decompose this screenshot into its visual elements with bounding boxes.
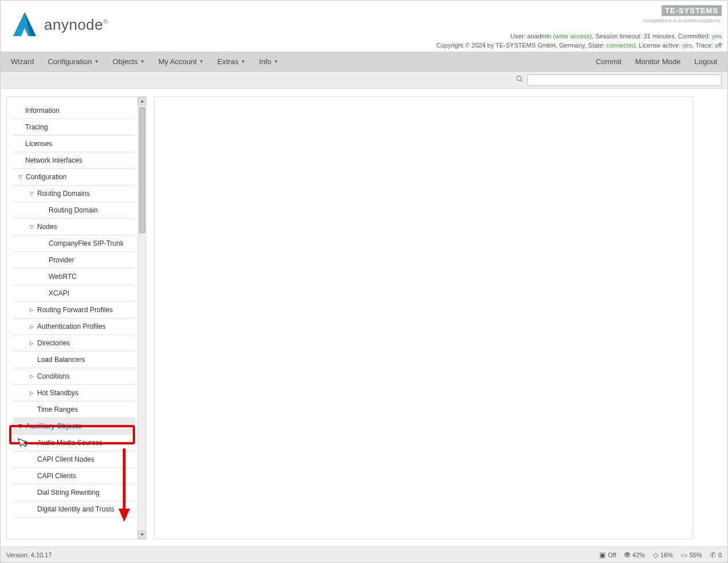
tree-hot-standbys[interactable]: ▷Hot Standbys [13,385,135,401]
disk-icon: ⛃ [624,551,630,559]
chevron-right-icon: ▷ [30,340,35,346]
content-pane [154,96,693,540]
menu-logout[interactable]: Logout [687,52,724,71]
tree-dial-string[interactable]: Dial String Rewriting [13,485,135,501]
stat-disk[interactable]: ⛃42% [624,551,645,559]
record-icon: ▣ [599,551,606,559]
chevron-right-icon: ▷ [30,307,35,313]
tree-tracing[interactable]: Tracing [13,119,135,136]
chevron-down-icon: ▼ [274,59,278,64]
tree-licenses[interactable]: Licenses [13,136,135,152]
menu-my-account[interactable]: My Account▼ [152,52,211,71]
scrollbar[interactable]: ▲ ▼ [137,97,146,539]
phone-icon: ✆ [710,551,716,559]
tree-auth-profiles[interactable]: ▷Authentication Profiles [13,318,135,335]
menu-configuration[interactable]: Configuration▼ [41,52,105,71]
tree-routing-forward[interactable]: ▷Routing Forward Profiles [13,302,135,318]
copyright-line: Copyright © 2024 by TE-SYSTEMS GmbH, Ger… [437,42,722,49]
stat-cpu[interactable]: ◇16% [653,551,673,559]
tree-xcapi[interactable]: XCAPI [13,285,135,302]
chevron-down-icon: ▼ [94,59,99,64]
tree-capi-clients[interactable]: CAPI Clients [13,468,135,485]
chevron-down-icon: ▽ [18,423,24,429]
company-logo: TE-SYSTEMS [662,5,722,16]
cpu-icon: ◇ [653,551,658,559]
chevron-right-icon: ▷ [30,373,35,379]
search-input[interactable] [527,74,722,86]
logo-icon [11,11,38,38]
chevron-down-icon: ▼ [241,59,246,64]
tree-configuration[interactable]: ▽Configuration [13,169,135,186]
company-tagline: competence in e-communications. [643,18,722,23]
tree-provider[interactable]: Provider [13,252,135,269]
tree-audio-media[interactable]: Audio Media Sources [13,435,135,451]
tree-companyflex[interactable]: CompanyFlex SIP-Trunk [13,235,135,252]
tree-digital-identity[interactable]: Digital Identity and Trusts [13,501,135,518]
menu-monitor-mode[interactable]: Monitor Mode [628,52,687,71]
tree-webrtc[interactable]: WebRTC [13,269,135,285]
tree-network-interfaces[interactable]: Network Interfaces [13,152,135,169]
tree-information[interactable]: Information [13,103,135,119]
menubar: Wizard Configuration▼ Objects▼ My Accoun… [1,52,727,72]
menu-info[interactable]: Info▼ [252,52,286,71]
footer: Version: 4.10.17 ▣Off ⛃42% ◇16% ▭55% ✆0 [1,546,727,562]
tree-nodes[interactable]: ▽Nodes [13,219,135,235]
memory-icon: ▭ [681,551,687,559]
search-icon [516,75,524,85]
nav-tree: Information Tracing Licenses Network Int… [7,97,137,518]
scroll-thumb[interactable] [139,107,145,233]
tree-conditions[interactable]: ▷Conditions [13,368,135,385]
chevron-right-icon: ▷ [30,324,35,329]
menu-commit[interactable]: Commit [589,52,628,71]
chevron-down-icon: ▽ [30,224,35,230]
tree-auxiliary-objects[interactable]: ▽Auxiliary Objects [13,418,135,435]
stat-recording[interactable]: ▣Off [599,551,616,559]
tree-time-ranges[interactable]: Time Ranges [13,401,135,418]
status-line: User: anadmin (write access), Session ti… [511,33,722,40]
stat-memory[interactable]: ▭55% [681,551,702,559]
sidebar: Information Tracing Licenses Network Int… [6,96,147,540]
stat-calls[interactable]: ✆0 [710,551,722,559]
svg-line-1 [521,80,523,82]
tree-directories[interactable]: ▷Directories [13,335,135,352]
searchbar [1,72,727,89]
tree-routing-domain[interactable]: Routing Domain [13,202,135,219]
logo: anynode® [11,11,108,38]
menu-wizard[interactable]: Wizard [4,52,41,71]
menu-objects[interactable]: Objects▼ [106,52,152,71]
chevron-down-icon: ▽ [30,191,35,196]
menu-extras[interactable]: Extras▼ [211,52,252,71]
scroll-up-button[interactable]: ▲ [138,97,147,105]
version-label: Version: 4.10.17 [6,552,52,558]
body: Information Tracing Licenses Network Int… [1,89,727,545]
logo-text: anynode® [44,16,108,34]
svg-point-0 [517,76,521,81]
tree-load-balancers[interactable]: Load Balancers [13,352,135,368]
chevron-down-icon: ▽ [18,174,24,180]
scroll-down-button[interactable]: ▼ [138,530,147,539]
chevron-down-icon: ▼ [199,59,204,64]
tree-routing-domains[interactable]: ▽Routing Domains [13,186,135,202]
chevron-down-icon: ▼ [140,59,145,64]
header: anynode® TE-SYSTEMS competence in e-comm… [1,1,727,52]
chevron-right-icon: ▷ [30,390,35,396]
tree-capi-client-nodes[interactable]: CAPI Client Nodes [13,451,135,468]
